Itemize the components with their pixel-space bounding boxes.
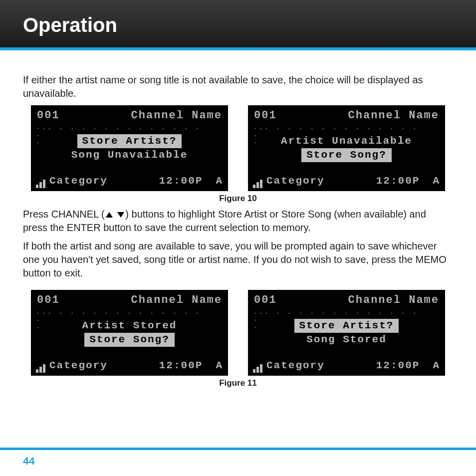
lcd-line-highlight: Store Song?: [301, 148, 392, 162]
figure-10-label: Figure 10: [23, 193, 453, 205]
signal-icon: [36, 364, 45, 373]
time-label: 12:00P: [376, 174, 420, 188]
figure-11-row: 001 Channel Name ··· · · · · · · · · · ·…: [23, 290, 453, 376]
page-title: Operation: [23, 14, 453, 36]
time-label: 12:00P: [159, 359, 203, 373]
lcd-message: Artist Stored Store Song?: [43, 317, 216, 349]
channel-number: 001: [37, 108, 60, 123]
paragraph-2a: Press CHANNEL (: [23, 209, 105, 220]
paragraph-1: If either the artist name or song title …: [23, 73, 453, 100]
antenna-label: A: [216, 359, 223, 373]
channel-name: Channel Name: [348, 293, 439, 308]
lcd-display: 001 Channel Name ··· · · · · · · · · · ·…: [31, 105, 228, 191]
category-label: Category: [266, 174, 325, 188]
signal-icon: [253, 364, 262, 373]
category-label: Category: [49, 359, 108, 373]
time-label: 12:00P: [376, 359, 420, 373]
footer: 44: [0, 448, 476, 476]
figure-11-label: Figure 11: [23, 378, 453, 389]
channel-number: 001: [254, 293, 277, 308]
lcd-line: Artist Stored: [43, 319, 216, 333]
lcd-message: Store Artist? Song Unavailable: [43, 132, 216, 164]
lcd-display: 001 Channel Name ··· · · · · · · · · · ·…: [31, 290, 228, 376]
channel-name: Channel Name: [131, 293, 222, 308]
antenna-label: A: [433, 174, 440, 188]
lcd-line-highlight: Store Song?: [84, 333, 175, 347]
lcd-message: Artist Unavailable Store Song?: [260, 132, 433, 164]
time-label: 12:00P: [159, 174, 203, 188]
channel-number: 001: [37, 293, 60, 308]
lcd-line: Artist Unavailable: [260, 134, 433, 148]
up-triangle-icon: [106, 212, 113, 218]
antenna-label: A: [433, 359, 440, 373]
paragraph-3: If both the artist and song are availabl…: [23, 239, 453, 280]
category-label: Category: [266, 359, 325, 373]
figure-10-row: 001 Channel Name ··· · · · · · · · · · ·…: [23, 105, 453, 191]
content: If either the artist name or song title …: [0, 50, 476, 389]
lcd-message: Store Artist? Song Stored: [260, 317, 433, 349]
antenna-label: A: [216, 174, 223, 188]
channel-name: Channel Name: [348, 108, 439, 123]
header-band: Operation: [0, 0, 476, 47]
page-number: 44: [23, 455, 34, 467]
signal-icon: [253, 180, 262, 188]
lcd-display: 001 Channel Name ··· · · · · · · · · · ·…: [248, 290, 445, 376]
paragraph-2: Press CHANNEL ( ) buttons to highlight S…: [23, 208, 453, 235]
channel-name: Channel Name: [131, 108, 222, 123]
lcd-line: Song Unavailable: [43, 148, 216, 162]
lcd-line-highlight: Store Artist?: [294, 319, 399, 333]
lcd-line-highlight: Store Artist?: [77, 134, 182, 148]
lcd-line: Song Stored: [260, 333, 433, 347]
channel-number: 001: [254, 108, 277, 123]
category-label: Category: [49, 174, 108, 188]
lcd-display: 001 Channel Name ··· · · · · · · · · · ·…: [248, 105, 445, 191]
signal-icon: [36, 180, 45, 188]
down-triangle-icon: [117, 212, 124, 218]
